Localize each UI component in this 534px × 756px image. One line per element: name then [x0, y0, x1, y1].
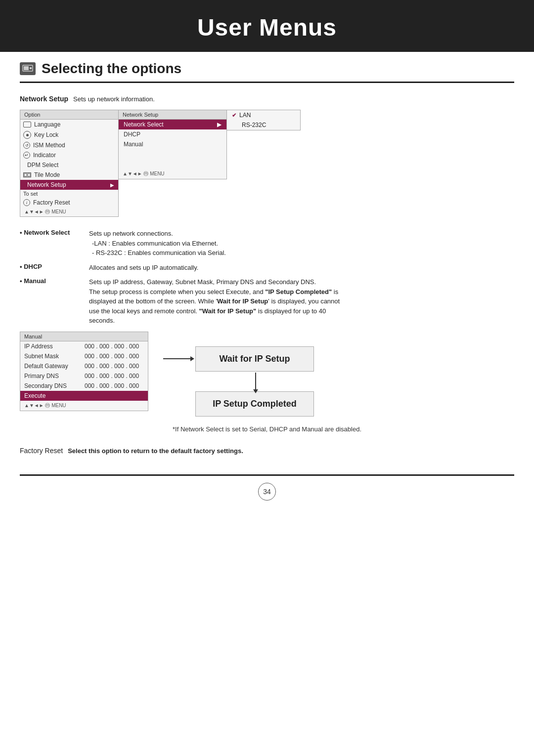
submenu-network-select[interactable]: Network Select ▶ [119, 120, 226, 129]
info-icon: i [23, 199, 30, 206]
v-arrow-line [255, 373, 256, 389]
content-area: Network Setup Sets up network informatio… [0, 95, 534, 455]
bullet-dhcp: • DHCP Allocates and sets up IP automati… [20, 263, 514, 273]
menu1-footer: ▲▼◄► ⓜ MENU [20, 208, 118, 216]
bottom-divider [20, 474, 514, 476]
submenu-arrow: ▶ [217, 121, 222, 128]
monitor-icon [23, 122, 31, 127]
factory-reset-desc: Select this option to return to the defa… [68, 447, 243, 455]
enter-icon: ↵ [23, 152, 30, 159]
svg-rect-1 [24, 66, 29, 70]
manual-ip-address: IP Address 000 . 000 . 000 . 000 [20, 341, 148, 351]
rs232c-option[interactable]: RS-232C [227, 120, 300, 130]
page-number-row: 34 [0, 483, 534, 510]
lan-rs232c-menu: ✔ LAN RS-232C [226, 110, 301, 130]
bullet-manual: • Manual Sets up IP address, Gateway, Su… [20, 277, 514, 326]
bullet-network-select: • Network Select Sets up network connect… [20, 229, 514, 258]
bullet-manual-content: Sets up IP address, Gateway, Subnet Mask… [89, 277, 340, 326]
svg-rect-3 [24, 173, 27, 176]
manual-primary-dns: Primary DNS 000 . 000 . 000 . 000 [20, 371, 148, 381]
flow-arrow-row: Wait for IP Setup [163, 346, 314, 372]
option-network-setup[interactable]: Network Setup ▶ [20, 180, 118, 190]
footer-note: *If Network Select is set to Serial, DHC… [20, 425, 514, 433]
page-number: 34 [258, 483, 276, 501]
bullet-ns-content: Sets up network connections. -LAN : Enab… [89, 229, 226, 258]
factory-reset-label: Factory Reset [20, 447, 63, 455]
network-setup-label-row: Network Setup Sets up network informatio… [20, 95, 514, 103]
wait-for-ip-box: Wait for IP Setup [195, 346, 314, 372]
manual-secondary-dns: Secondary DNS 000 . 000 . 000 . 000 [20, 381, 148, 391]
option-keylock: Key Lock [20, 129, 118, 140]
submenu-dhcp[interactable]: DHCP [119, 129, 226, 139]
option-dpm: DPM Select [20, 160, 118, 170]
option-menu-header: Option [20, 110, 118, 120]
option-tile: Tile Mode [20, 170, 118, 180]
option-indicator: ↵ Indicator [20, 150, 118, 160]
menu2-footer: ▲▼◄► ⓜ MENU [119, 169, 226, 179]
ip-setup-completed-box: IP Setup Completed [195, 391, 314, 417]
submenu-manual[interactable]: Manual [119, 139, 226, 149]
network-setup-desc: Sets up network information. [73, 95, 155, 103]
lan-option[interactable]: ✔ LAN [227, 110, 300, 120]
section-divider [20, 82, 514, 83]
manual-menu-footer: ▲▼◄► ⓜ MENU [20, 401, 148, 411]
to-set-label: To set [23, 191, 38, 197]
circle-dot-icon [23, 131, 31, 139]
manual-default-gateway: Default Gateway 000 . 000 . 000 . 000 [20, 361, 148, 371]
h-arrow-line [163, 358, 190, 359]
bullet-dhcp-content: Allocates and sets up IP automatically. [89, 263, 198, 273]
option-factory-reset: i Factory Reset [20, 198, 118, 208]
option-ism: ↺ ISM Method [20, 140, 118, 150]
svg-rect-2 [30, 67, 32, 69]
arrow-right-icon: ▶ [110, 182, 114, 188]
page-header: User Menus [0, 0, 534, 52]
factory-reset-row: Factory Reset Select this option to retu… [20, 447, 514, 455]
svg-rect-4 [28, 173, 30, 176]
check-icon: ✔ [232, 112, 236, 119]
flow-down-arrow [163, 373, 314, 389]
bullet-section: • Network Select Sets up network connect… [20, 229, 514, 326]
network-setup-submenu-header: Network Setup [119, 110, 226, 120]
bullet-ns-label: • Network Select [20, 229, 89, 236]
flow-diagram: Wait for IP Setup IP Setup Completed [163, 332, 314, 417]
section-icon [20, 62, 36, 75]
manual-menu: Manual IP Address 000 . 000 . 000 . 000 … [20, 332, 148, 411]
manual-section: Manual IP Address 000 . 000 . 000 . 000 … [20, 332, 514, 417]
menu-diagrams: Option Language Key Lock ↺ ISM Method ↵ [20, 110, 514, 217]
bullet-dhcp-label: • DHCP [20, 263, 89, 270]
page-title: User Menus [0, 14, 534, 41]
circle-arrow-icon: ↺ [23, 142, 30, 149]
network-setup-label: Network Setup [20, 95, 68, 103]
manual-subnet-mask: Subnet Mask 000 . 000 . 000 . 000 [20, 351, 148, 361]
manual-menu-header: Manual [20, 332, 148, 341]
network-setup-submenu: Network Setup Network Select ▶ DHCP Manu… [118, 110, 227, 179]
section-title: Selecting the options [42, 61, 181, 77]
option-language: Language [20, 120, 118, 129]
flat-icon [23, 172, 31, 177]
section-heading: Selecting the options [0, 52, 534, 82]
option-menu: Option Language Key Lock ↺ ISM Method ↵ [20, 110, 119, 217]
manual-execute[interactable]: Execute [20, 391, 148, 401]
bullet-manual-label: • Manual [20, 277, 89, 285]
